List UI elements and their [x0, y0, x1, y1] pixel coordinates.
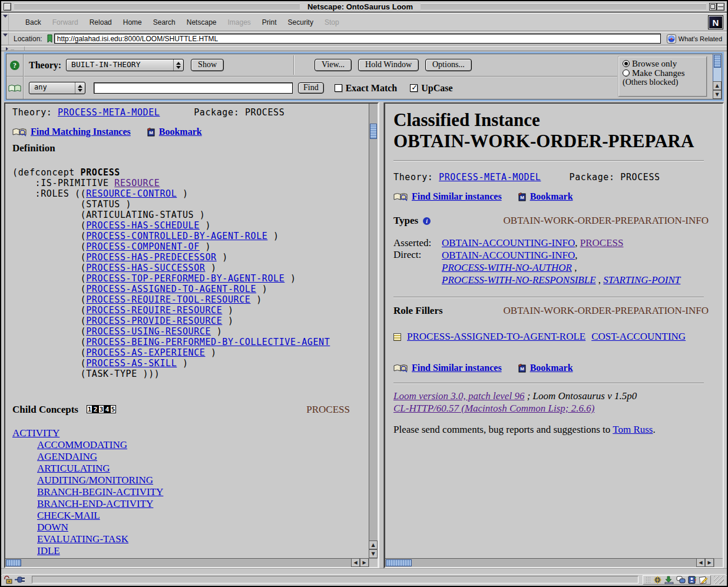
child-concept-link[interactable]: ARTICULATING [37, 463, 110, 474]
url-input[interactable] [54, 34, 661, 44]
asserted-type-link[interactable]: OBTAIN-ACCOUNTING-INFO [442, 237, 575, 248]
toolbar-button-print[interactable]: Print [262, 18, 277, 26]
child-concept-link[interactable]: IDLE [37, 545, 60, 556]
find-similar-instances-link[interactable]: Find Similar instances [412, 363, 502, 373]
discussions-component-icon[interactable] [676, 576, 686, 584]
role-concept-link[interactable]: PROCESS-HAS-SUCCESSOR [86, 263, 205, 273]
network-plug-icon[interactable] [15, 576, 28, 583]
theory-dropdown[interactable]: BUILT-IN-THEORY [66, 59, 184, 71]
find-button[interactable]: Find [298, 82, 324, 94]
scroll-up-arrow[interactable]: ▲ [713, 81, 722, 90]
child-concept-link[interactable]: BRANCH-BEGIN-ACTIVITY [37, 486, 163, 498]
child-concept-link[interactable]: DOWN [37, 522, 68, 533]
child-concept-link[interactable]: EVALUATING-TASK [37, 533, 128, 545]
pager-digit[interactable]: 2 [92, 405, 98, 413]
role-concept-link[interactable]: PROCESS-HAS-SCHEDULE [86, 220, 200, 231]
role-concept-link[interactable]: PROCESS-CONTROLLED-BY-AGENT-ROLE [86, 231, 267, 241]
scroll-left-arrow[interactable]: ◀ [351, 558, 360, 567]
bookmark-link[interactable]: Bookmark [530, 363, 573, 373]
window-resize-grip[interactable] [714, 576, 724, 584]
pager-digit[interactable]: 3 [98, 405, 104, 413]
toolbar-button-search[interactable]: Search [153, 18, 176, 26]
hold-window-button[interactable]: Hold Window [358, 59, 419, 71]
scrollbar-thumb[interactable] [386, 559, 412, 566]
scroll-right-arrow[interactable]: ▶ [705, 558, 714, 567]
bookmark-link[interactable]: Bookmark [159, 127, 202, 137]
info-icon[interactable]: i [423, 217, 431, 225]
help-icon[interactable]: ? [10, 61, 19, 70]
clhttp-version-link[interactable]: CL-HTTP/60.57 (Macintosh Common Lisp; 2.… [393, 403, 594, 414]
child-concept-link[interactable]: AGENDAING [37, 451, 97, 462]
navigator-component-icon[interactable] [653, 576, 662, 584]
role-concept-link[interactable]: RESOURCE [114, 178, 160, 188]
zoom-window-button[interactable] [709, 3, 717, 11]
role-value-link[interactable]: COST-ACCOUNTING [591, 331, 686, 343]
toolbar-button-back[interactable]: Back [25, 18, 41, 26]
toolbar-button-reload[interactable]: Reload [90, 18, 112, 26]
toolbar-button-home[interactable]: Home [123, 18, 142, 26]
role-concept-link[interactable]: PROCESS-BEING-PERFORMED-BY-COLLECTIVE-AG… [86, 337, 330, 347]
scroll-up-arrow[interactable]: ▲ [369, 540, 378, 549]
direct-type-link[interactable]: PROCESS-WITH-NO-RESPONSIBLE [442, 274, 596, 286]
find-similar-instances-link[interactable]: Find Similar instances [412, 191, 502, 202]
composer-component-icon[interactable] [699, 576, 708, 584]
role-concept-link[interactable]: PROCESS-REQUIRE-RESOURCE [86, 305, 222, 316]
role-concept-link[interactable]: PROCESS-AS-EXPERIENCE [86, 347, 205, 358]
child-concept-link[interactable]: BRANCH-END-ACTIVITY [37, 498, 153, 509]
exact-match-checkbox[interactable] [335, 84, 342, 92]
tom-russ-link[interactable]: Tom Russ [613, 424, 653, 435]
child-concept-link[interactable]: AUDITING/MONITORING [37, 475, 153, 486]
find-matching-instances-link[interactable]: Find Matching Instances [31, 127, 131, 137]
asserted-type-link[interactable]: PROCESS [580, 237, 624, 248]
role-concept-link[interactable]: PROCESS-COMPONENT-OF [86, 241, 200, 252]
scrollbar-thumb[interactable] [6, 559, 21, 566]
role-concept-link[interactable]: PROCESS-AS-SKILL [86, 358, 177, 369]
scrollbar-thumb[interactable] [714, 55, 721, 68]
theory-link[interactable]: PROCESS-META-MODEL [58, 107, 160, 118]
toolbar-collapse-grip[interactable] [1, 14, 9, 31]
mailbox-component-icon[interactable] [664, 576, 674, 584]
security-padlock-icon[interactable] [4, 575, 13, 584]
child-concept-link[interactable]: ACCOMMODATING [37, 439, 127, 450]
pager-digit[interactable]: 4 [104, 405, 110, 413]
loom-version-link[interactable]: Loom version 3.0, patch level 96 [393, 390, 524, 402]
close-window-button[interactable] [4, 3, 11, 11]
view-button[interactable]: View... [315, 59, 352, 71]
scroll-down-arrow[interactable]: ▼ [713, 90, 722, 99]
direct-type-link[interactable]: STARTING-POINT [603, 274, 680, 286]
role-concept-link[interactable]: PROCESS-USING-RESOURCE [86, 326, 211, 337]
personal-toolbar-tab[interactable]: ... [5, 47, 25, 51]
pager-digit[interactable]: 5 [110, 405, 116, 413]
whats-related-button[interactable]: What's Related [667, 34, 722, 44]
toolbar-button-security[interactable]: Security [288, 18, 313, 26]
scroll-down-arrow[interactable]: ▼ [369, 549, 378, 558]
instance-frame-hscrollbar[interactable]: ◀ ▶ [385, 558, 714, 567]
concept-frame-vscrollbar[interactable]: ▲ ▼ [369, 104, 378, 558]
pager-digit[interactable]: 1 [87, 405, 92, 413]
locationbar-collapse-grip[interactable] [1, 32, 9, 45]
role-link[interactable]: PROCESS-ASSIGNED-TO-AGENT-ROLE [407, 331, 585, 343]
concept-frame-hscrollbar[interactable]: ◀ ▶ [5, 558, 369, 567]
frame-divider[interactable] [379, 102, 384, 568]
library-icon[interactable] [6, 77, 23, 99]
upcase-checkbox[interactable] [410, 84, 418, 92]
netscape-logo[interactable]: N [708, 15, 723, 29]
direct-type-link[interactable]: OBTAIN-ACCOUNTING-INFO [442, 250, 575, 261]
toolbar-button-netscape[interactable]: Netscape [187, 18, 217, 26]
role-concept-link[interactable]: PROCESS-ASSIGNED-TO-AGENT-ROLE [86, 284, 256, 294]
collapse-window-button[interactable] [717, 3, 724, 11]
role-concept-link[interactable]: RESOURCE-CONTROL [86, 188, 177, 199]
bookmark-link[interactable]: Bookmark [530, 191, 573, 202]
scrollbar-thumb[interactable] [370, 124, 377, 139]
control-frame-scrollbar[interactable]: ▲ ▼ [713, 54, 722, 99]
child-concept-link[interactable]: ACTIVITY [12, 427, 59, 439]
child-concept-link[interactable]: CHECK-MAIL [37, 510, 100, 521]
search-type-dropdown[interactable]: any [29, 82, 85, 94]
component-bar-grip[interactable] [646, 576, 651, 583]
find-input[interactable] [94, 82, 293, 94]
direct-type-link[interactable]: PROCESS-WITH-NO-AUTHOR [442, 262, 572, 273]
make-changes-radio[interactable] [623, 69, 630, 77]
options-button[interactable]: Options... [425, 59, 472, 71]
title-bar[interactable]: Netscape: OntoSaurus Loom [1, 1, 727, 12]
page-bookmark-icon[interactable] [45, 34, 54, 43]
